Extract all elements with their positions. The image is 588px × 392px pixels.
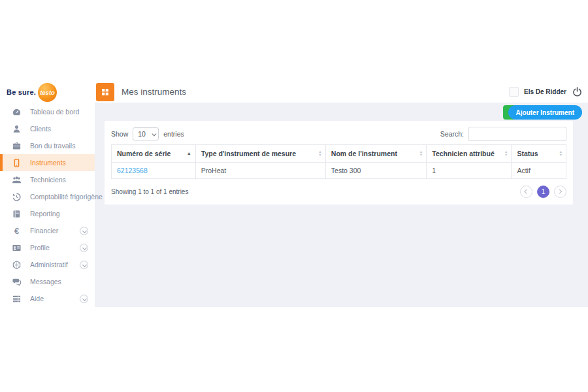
serial-number-link[interactable]: 62123568 (112, 163, 196, 179)
sidebar-item-label: Tableau de bord (30, 108, 79, 116)
instrument-icon (11, 157, 22, 168)
sidebar-item-label: Comptabilité frigorigène (30, 193, 103, 201)
page-size-value: 10 (138, 130, 146, 138)
column-header-numero-de-serie[interactable]: Numéro de série▲ (112, 145, 196, 163)
table-controls: Show 10 entries Search: (111, 126, 566, 142)
sidebar-nav: Tableau de bordClientsBon du travailsIns… (0, 103, 95, 307)
pagination: 1 (520, 186, 566, 198)
sidebar-item-label: Messages (30, 278, 61, 286)
column-header-nom-de-l-instrument[interactable]: Nom de l'instrument▲▼ (325, 145, 427, 163)
sort-icon: ▲▼ (559, 150, 563, 157)
sidebar-item-reporting[interactable]: Reporting (0, 205, 95, 222)
sidebar-item-aide[interactable]: Aide (0, 290, 95, 307)
sidebar-item-label: Administratif (30, 261, 68, 269)
instruments-table: Numéro de série▲Type d'instrument de mes… (111, 144, 566, 179)
table-cell: Testo 300 (325, 163, 427, 179)
sidebar-item-instruments[interactable]: Instruments (0, 154, 95, 171)
sidebar-item-comptabilite-frigorigene[interactable]: Comptabilité frigorigène (0, 188, 95, 205)
table-cell: Actif (512, 163, 566, 179)
sort-icon: ▲▼ (504, 150, 508, 157)
sidebar-item-label: Techniciens (30, 176, 66, 184)
power-icon (572, 86, 583, 97)
sidebar-item-administratif[interactable]: Administratif (0, 256, 95, 273)
column-label: Technicien attribué (432, 150, 495, 157)
sort-asc-icon: ▲ (187, 151, 191, 155)
column-label: Status (517, 150, 538, 157)
sidebar-item-label: Instruments (30, 159, 66, 167)
search-input[interactable] (468, 127, 566, 141)
avatar[interactable] (509, 87, 519, 97)
chevron-down-icon[interactable] (80, 227, 88, 235)
apps-grid-button[interactable] (96, 83, 114, 101)
chevron-down-icon[interactable] (80, 261, 88, 269)
euro-icon: € (11, 225, 22, 236)
sidebar-item-tableau-de-bord[interactable]: Tableau de bord (0, 103, 95, 120)
sidebar-item-clients[interactable]: Clients (0, 120, 95, 137)
column-label: Numéro de série (117, 150, 171, 157)
search-label: Search: (440, 130, 464, 138)
logout-power-button[interactable] (572, 86, 583, 97)
chevron-right-icon (557, 189, 561, 193)
user-area: Els De Ridder (509, 86, 583, 97)
table-footer: Showing 1 to 1 of 1 entries 1 (111, 185, 566, 198)
user-icon (11, 123, 22, 134)
brand-tagline: Be sure. (7, 88, 36, 96)
sidebar: Be sure. testo Tableau de bordClientsBon… (0, 81, 95, 307)
testo-logo-icon: testo (38, 83, 57, 102)
chevron-down-icon (152, 131, 156, 135)
sort-icon: ▲▼ (419, 150, 423, 157)
sidebar-item-label: Clients (30, 125, 51, 133)
chevron-down-icon[interactable] (80, 295, 88, 303)
sidebar-item-label: Profile (30, 244, 50, 252)
sidebar-item-profile[interactable]: Profile (0, 239, 95, 256)
sidebar-item-messages[interactable]: Messages (0, 273, 95, 290)
table-cell: ProHeat (195, 163, 325, 179)
hexagon-icon (11, 259, 22, 270)
table-row: 62123568ProHeatTesto 3001Actif (112, 163, 566, 179)
column-label: Type d'instrument de mesure (201, 150, 296, 157)
sidebar-item-label: Aide (30, 295, 44, 302)
column-header-technicien-attribue[interactable]: Technicien attribué▲▼ (427, 145, 512, 163)
table-header-row: Numéro de série▲Type d'instrument de mes… (112, 145, 566, 163)
history-icon (11, 191, 22, 202)
sidebar-item-label: Financier (30, 227, 58, 235)
page-size-select[interactable]: 10 (133, 127, 159, 140)
add-instrument-button[interactable]: Ajouter Instrument (508, 105, 582, 120)
app-shell: Be sure. testo Tableau de bordClientsBon… (0, 81, 588, 307)
next-page-button[interactable] (554, 186, 566, 198)
column-header-type-d-instrument-de-mesure[interactable]: Type d'instrument de mesure▲▼ (195, 145, 325, 163)
table-info: Showing 1 to 1 of 1 entries (111, 188, 188, 195)
team-icon (11, 174, 22, 185)
briefcase-icon (11, 140, 22, 151)
app-window: Be sure. testo Tableau de bordClientsBon… (0, 0, 588, 392)
report-icon (11, 208, 22, 219)
instruments-table-card: Show 10 entries Search: (105, 121, 573, 204)
column-header-status[interactable]: Status▲▼ (512, 145, 566, 163)
main-content: Ajouter Instrument Show 10 entries Searc… (95, 103, 588, 307)
chevron-left-icon (525, 189, 529, 193)
entries-label: entries (163, 130, 184, 138)
page-title: Mes instruments (122, 87, 186, 97)
dashboard-icon (11, 106, 22, 117)
column-label: Nom de l'instrument (331, 150, 397, 157)
chat-icon (11, 276, 22, 287)
sort-icon: ▲▼ (318, 150, 321, 157)
prev-page-button[interactable] (520, 186, 532, 198)
show-label: Show (111, 130, 128, 138)
table-cell: 1 (427, 163, 512, 179)
chevron-down-icon[interactable] (80, 244, 88, 252)
user-name: Els De Ridder (524, 88, 566, 95)
page-1-button[interactable]: 1 (537, 186, 549, 198)
sidebar-item-label: Reporting (30, 210, 60, 218)
sidebar-item-label: Bon du travails (30, 142, 75, 150)
sidebar-item-financier[interactable]: €Financier (0, 222, 95, 239)
sidebar-item-bon-du-travails[interactable]: Bon du travails (0, 137, 95, 154)
list-icon (11, 293, 22, 304)
search-area: Search: (440, 127, 566, 141)
id-card-icon (11, 242, 22, 253)
logo-text: testo (40, 89, 55, 96)
table-body: 62123568ProHeatTesto 3001Actif (112, 163, 566, 179)
brand-logo: Be sure. testo (0, 81, 95, 103)
grid-icon (101, 88, 110, 97)
sidebar-item-techniciens[interactable]: Techniciens (0, 171, 95, 188)
